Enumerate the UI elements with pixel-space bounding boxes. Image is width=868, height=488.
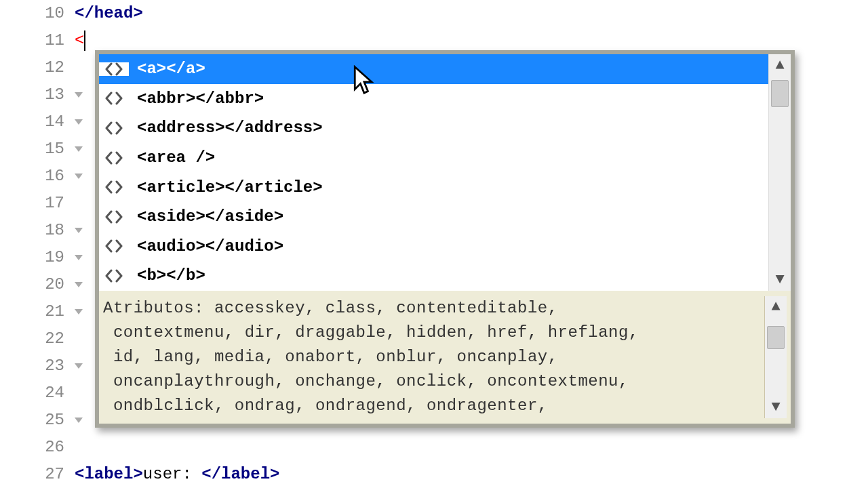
- tag-close: </label: [201, 461, 270, 488]
- line-number: 20: [0, 271, 75, 298]
- scroll-down-icon[interactable]: ▼: [769, 269, 791, 291]
- line-number: 10: [0, 0, 75, 27]
- tag-icon: [99, 269, 129, 283]
- line-number: 19: [0, 244, 75, 271]
- line-number: 16: [0, 163, 75, 190]
- fold-icon[interactable]: [75, 119, 83, 125]
- autocomplete-popup: <a></a> <abbr></abbr> <address></address…: [95, 50, 795, 428]
- tag-icon: [99, 210, 129, 224]
- autocomplete-doc: Atributos: accesskey, class, contentedit…: [99, 291, 791, 424]
- fold-icon[interactable]: [75, 418, 83, 423]
- fold-icon[interactable]: [75, 92, 83, 98]
- fold-icon[interactable]: [75, 174, 83, 179]
- scroll-thumb[interactable]: [767, 326, 785, 349]
- scroll-down-icon[interactable]: ▼: [765, 396, 787, 418]
- line-number: 23: [0, 352, 75, 380]
- line-number: 15: [0, 136, 75, 163]
- typed-char: <: [75, 27, 84, 54]
- autocomplete-item[interactable]: <area />: [99, 143, 768, 173]
- tag-icon: [99, 92, 129, 105]
- autocomplete-item[interactable]: <audio></audio>: [99, 232, 768, 262]
- line-number: 25: [0, 407, 75, 434]
- fold-icon[interactable]: [75, 282, 83, 287]
- tag-icon: [99, 121, 129, 135]
- autocomplete-scrollbar[interactable]: ▲ ▼: [768, 54, 791, 291]
- code-line[interactable]: 26: [0, 434, 868, 461]
- scroll-up-icon[interactable]: ▲: [765, 296, 787, 318]
- autocomplete-label: <a></a>: [129, 60, 768, 78]
- autocomplete-item[interactable]: <a></a>: [99, 54, 768, 84]
- line-number: 27: [0, 461, 75, 488]
- line-number: 26: [0, 434, 75, 461]
- code-editor: 10 </head> 11 < 12 13 14 15 16 17 18 19 …: [0, 0, 868, 488]
- line-number: 13: [0, 81, 75, 108]
- scroll-thumb[interactable]: [771, 80, 789, 107]
- line-number: 11: [0, 27, 75, 54]
- doc-text: Atributos: accesskey, class, contentedit…: [103, 296, 764, 418]
- tag-bracket: >: [133, 0, 142, 27]
- code-line[interactable]: 27 <label>user: </label>: [0, 461, 868, 488]
- tag-icon: [99, 180, 129, 194]
- autocomplete-label: <audio></audio>: [129, 237, 768, 256]
- line-number: 17: [0, 190, 75, 217]
- autocomplete-label: <address></address>: [129, 119, 768, 137]
- tag-icon: [99, 62, 129, 76]
- line-number: 14: [0, 108, 75, 136]
- autocomplete-item[interactable]: <aside></aside>: [99, 202, 768, 232]
- fold-icon[interactable]: [75, 309, 83, 314]
- fold-icon[interactable]: [75, 363, 83, 369]
- tag-bracket: >: [133, 461, 142, 488]
- fold-icon[interactable]: [75, 228, 83, 233]
- autocomplete-label: <aside></aside>: [129, 207, 768, 226]
- autocomplete-label: <b></b>: [129, 266, 768, 285]
- line-number: 24: [0, 380, 75, 407]
- line-number: 18: [0, 217, 75, 244]
- line-number: 22: [0, 325, 75, 352]
- autocomplete-list[interactable]: <a></a> <abbr></abbr> <address></address…: [99, 54, 768, 291]
- autocomplete-item[interactable]: <abbr></abbr>: [99, 84, 768, 114]
- scroll-up-icon[interactable]: ▲: [769, 54, 791, 76]
- code-line[interactable]: 10 </head>: [0, 0, 868, 27]
- tag-name: head: [94, 0, 134, 27]
- doc-scrollbar[interactable]: ▲ ▼: [764, 296, 787, 418]
- tag-open: <label: [75, 461, 133, 488]
- autocomplete-label: <abbr></abbr>: [129, 89, 768, 108]
- autocomplete-item[interactable]: <address></address>: [99, 113, 768, 143]
- autocomplete-label: <area />: [129, 148, 768, 167]
- autocomplete-item[interactable]: <b></b>: [99, 261, 768, 291]
- tag-icon: [99, 239, 129, 253]
- tag-bracket: </: [75, 0, 94, 27]
- fold-icon[interactable]: [75, 146, 83, 152]
- scroll-track[interactable]: [769, 76, 791, 269]
- text-node: user:: [143, 461, 201, 488]
- autocomplete-item[interactable]: <article></article>: [99, 172, 768, 202]
- tag-bracket: >: [270, 461, 279, 488]
- line-number: 12: [0, 54, 75, 81]
- fold-icon[interactable]: [75, 255, 83, 260]
- tag-icon: [99, 151, 129, 165]
- autocomplete-label: <article></article>: [129, 178, 768, 197]
- line-number: 21: [0, 298, 75, 325]
- scroll-track[interactable]: [765, 318, 787, 396]
- text-caret: [84, 30, 85, 51]
